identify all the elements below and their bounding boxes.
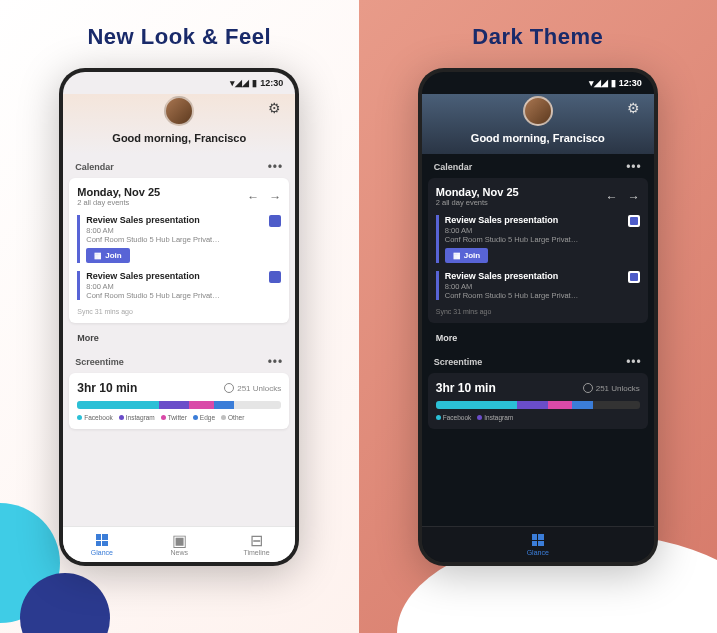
signal-icon: ▾◢◢: [589, 78, 608, 88]
arrow-left-icon[interactable]: ←: [247, 190, 259, 204]
more-link[interactable]: More: [428, 327, 648, 349]
join-label: Join: [464, 251, 480, 260]
event-title: Review Sales presentation: [445, 215, 640, 225]
teams-icon: [628, 271, 640, 283]
screentime-legend: Facebook Instagram: [436, 414, 640, 421]
teams-join-icon: ▦: [94, 251, 102, 260]
arrow-left-icon[interactable]: ←: [606, 190, 618, 204]
teams-icon: [628, 215, 640, 227]
screentime-card: 3hr 10 min 251 Unlocks: [69, 373, 289, 429]
bottom-nav: Glance: [422, 526, 654, 562]
event-title: Review Sales presentation: [86, 271, 281, 281]
gear-icon[interactable]: ⚙: [627, 100, 640, 116]
nav-glance[interactable]: Glance: [422, 527, 654, 562]
avatar[interactable]: [164, 96, 194, 126]
calendar-allday: 2 all day events: [436, 198, 519, 207]
join-button[interactable]: ▦ Join: [445, 248, 488, 263]
more-link[interactable]: More: [69, 327, 289, 349]
event-time: 8:00 AM: [86, 282, 281, 291]
calendar-event[interactable]: Review Sales presentation 8:00 AM Conf R…: [436, 271, 640, 300]
nav-timeline[interactable]: ⊟ Timeline: [218, 527, 295, 562]
event-time: 8:00 AM: [445, 226, 640, 235]
fingerprint-icon: [583, 383, 593, 393]
more-icon[interactable]: •••: [626, 160, 642, 174]
event-room: Conf Room Studio 5 Hub Large Privat…: [445, 291, 605, 300]
screentime-legend: Facebook Instagram Twitter Edge Other: [77, 414, 281, 421]
nav-glance[interactable]: Glance: [63, 527, 140, 562]
join-button[interactable]: ▦ Join: [86, 248, 129, 263]
teams-icon: [269, 215, 281, 227]
bottom-nav: Glance ▣ News ⊟ Timeline: [63, 526, 295, 562]
calendar-section-title: Calendar: [434, 162, 473, 172]
event-room: Conf Room Studio 5 Hub Large Privat…: [86, 291, 246, 300]
calendar-section-title: Calendar: [75, 162, 114, 172]
event-title: Review Sales presentation: [86, 215, 281, 225]
status-time: 12:30: [619, 78, 642, 88]
sync-status: Sync 31 mins ago: [436, 308, 640, 315]
more-icon[interactable]: •••: [268, 355, 284, 369]
avatar[interactable]: [523, 96, 553, 126]
screentime-card: 3hr 10 min 251 Unlocks: [428, 373, 648, 429]
status-time: 12:30: [260, 78, 283, 88]
phone-frame-dark: ▾◢◢ ▮ 12:30 ⚙ Good morning, Francisco Ca…: [418, 68, 658, 566]
news-icon: ▣: [172, 533, 186, 547]
panel-title-dark: Dark Theme: [472, 24, 603, 50]
screentime-value: 3hr 10 min: [436, 381, 496, 395]
join-label: Join: [105, 251, 121, 260]
event-room: Conf Room Studio 5 Hub Large Privat…: [445, 235, 605, 244]
battery-icon: ▮: [611, 78, 616, 88]
status-bar: ▾◢◢ ▮ 12:30: [422, 72, 654, 94]
phone-frame-light: ▾◢◢ ▮ 12:30 ⚙ Good morning, Francisco Ca…: [59, 68, 299, 566]
calendar-date: Monday, Nov 25: [77, 186, 160, 198]
unlocks-count: 251 Unlocks: [583, 383, 640, 393]
screentime-bar: [77, 401, 281, 409]
calendar-event[interactable]: Review Sales presentation 8:00 AM Conf R…: [77, 271, 281, 300]
greeting-text: Good morning, Francisco: [471, 132, 605, 144]
signal-icon: ▾◢◢: [230, 78, 249, 88]
arrow-right-icon[interactable]: →: [269, 190, 281, 204]
gear-icon[interactable]: ⚙: [268, 100, 281, 116]
event-time: 8:00 AM: [445, 282, 640, 291]
status-bar: ▾◢◢ ▮ 12:30: [63, 72, 295, 94]
sync-status: Sync 31 mins ago: [77, 308, 281, 315]
event-title: Review Sales presentation: [445, 271, 640, 281]
screentime-value: 3hr 10 min: [77, 381, 137, 395]
teams-icon: [269, 271, 281, 283]
more-icon[interactable]: •••: [626, 355, 642, 369]
teams-join-icon: ▦: [453, 251, 461, 260]
calendar-event[interactable]: Review Sales presentation 8:00 AM Conf R…: [436, 215, 640, 263]
screentime-bar: [436, 401, 640, 409]
calendar-date: Monday, Nov 25: [436, 186, 519, 198]
unlocks-count: 251 Unlocks: [224, 383, 281, 393]
timeline-icon: ⊟: [250, 533, 264, 547]
screentime-section-title: Screentime: [434, 357, 483, 367]
calendar-event[interactable]: Review Sales presentation 8:00 AM Conf R…: [77, 215, 281, 263]
arrow-right-icon[interactable]: →: [628, 190, 640, 204]
calendar-allday: 2 all day events: [77, 198, 160, 207]
battery-icon: ▮: [252, 78, 257, 88]
fingerprint-icon: [224, 383, 234, 393]
panel-title-light: New Look & Feel: [87, 24, 271, 50]
glance-icon: [532, 534, 544, 546]
event-room: Conf Room Studio 5 Hub Large Privat…: [86, 235, 246, 244]
more-icon[interactable]: •••: [268, 160, 284, 174]
glance-icon: [96, 534, 108, 546]
event-time: 8:00 AM: [86, 226, 281, 235]
screentime-section-title: Screentime: [75, 357, 124, 367]
calendar-card: Monday, Nov 25 2 all day events ← → Revi…: [428, 178, 648, 323]
nav-news[interactable]: ▣ News: [141, 527, 218, 562]
greeting-text: Good morning, Francisco: [112, 132, 246, 144]
calendar-card: Monday, Nov 25 2 all day events ← → Revi…: [69, 178, 289, 323]
